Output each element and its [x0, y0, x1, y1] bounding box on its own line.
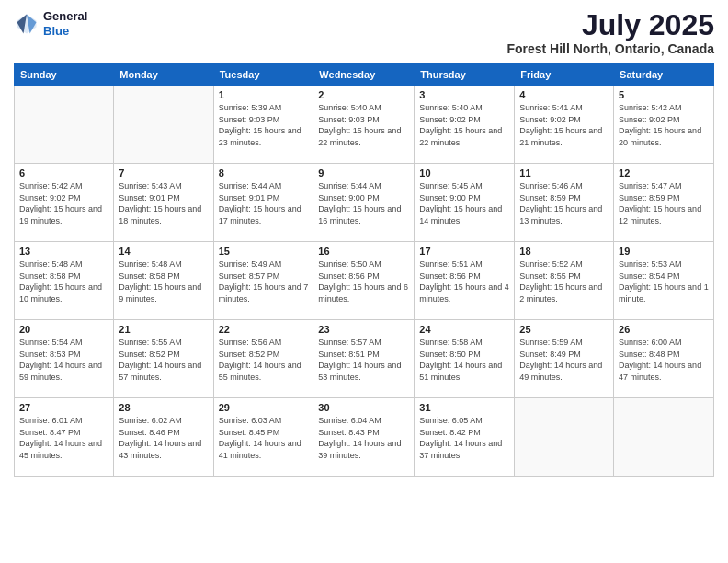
day-cell: 20Sunrise: 5:54 AM Sunset: 8:53 PM Dayli… [15, 320, 114, 398]
day-info: Sunrise: 5:48 AM Sunset: 8:58 PM Dayligh… [119, 259, 208, 304]
col-sunday: Sunday [15, 64, 114, 86]
day-cell [15, 86, 114, 164]
day-cell: 27Sunrise: 6:01 AM Sunset: 8:47 PM Dayli… [15, 398, 114, 477]
day-number: 26 [619, 324, 709, 335]
logo-general: General [43, 9, 87, 24]
day-info: Sunrise: 5:44 AM Sunset: 9:00 PM Dayligh… [318, 180, 409, 226]
day-number: 12 [619, 167, 709, 178]
col-wednesday: Wednesday [313, 64, 415, 86]
day-number: 22 [219, 324, 309, 335]
col-friday: Friday [515, 64, 614, 86]
day-number: 11 [519, 167, 609, 178]
day-number: 7 [119, 167, 208, 178]
day-cell: 30Sunrise: 6:04 AM Sunset: 8:43 PM Dayli… [313, 398, 415, 477]
day-cell: 5Sunrise: 5:42 AM Sunset: 9:02 PM Daylig… [614, 86, 714, 164]
day-number: 8 [219, 167, 309, 178]
day-info: Sunrise: 5:57 AM Sunset: 8:51 PM Dayligh… [318, 337, 409, 383]
day-number: 25 [519, 324, 609, 335]
day-cell: 4Sunrise: 5:41 AM Sunset: 9:02 PM Daylig… [515, 86, 614, 164]
day-cell: 3Sunrise: 5:40 AM Sunset: 9:02 PM Daylig… [415, 86, 515, 164]
day-number: 24 [419, 324, 509, 335]
day-number: 13 [19, 246, 108, 257]
day-cell: 19Sunrise: 5:53 AM Sunset: 8:54 PM Dayli… [614, 242, 714, 320]
day-cell: 24Sunrise: 5:58 AM Sunset: 8:50 PM Dayli… [415, 320, 515, 398]
day-number: 15 [219, 246, 309, 257]
day-cell: 29Sunrise: 6:03 AM Sunset: 8:45 PM Dayli… [213, 398, 313, 477]
week-row-1: 6Sunrise: 5:42 AM Sunset: 9:02 PM Daylig… [15, 164, 714, 242]
day-cell [515, 398, 614, 477]
day-cell: 12Sunrise: 5:47 AM Sunset: 8:59 PM Dayli… [614, 164, 714, 242]
day-cell: 28Sunrise: 6:02 AM Sunset: 8:46 PM Dayli… [114, 398, 213, 477]
day-info: Sunrise: 5:53 AM Sunset: 8:54 PM Dayligh… [619, 259, 709, 304]
day-number: 27 [19, 402, 108, 413]
day-number: 2 [318, 89, 409, 100]
day-number: 16 [318, 246, 409, 257]
day-info: Sunrise: 6:00 AM Sunset: 8:48 PM Dayligh… [619, 337, 709, 383]
subtitle: Forest Hill North, Ontario, Canada [506, 41, 714, 56]
day-cell: 7Sunrise: 5:43 AM Sunset: 9:01 PM Daylig… [114, 164, 213, 242]
day-number: 4 [519, 89, 609, 100]
day-info: Sunrise: 5:52 AM Sunset: 8:55 PM Dayligh… [519, 259, 609, 304]
col-tuesday: Tuesday [213, 64, 313, 86]
day-info: Sunrise: 5:56 AM Sunset: 8:52 PM Dayligh… [219, 337, 309, 383]
day-cell: 25Sunrise: 5:59 AM Sunset: 8:49 PM Dayli… [515, 320, 614, 398]
day-info: Sunrise: 5:54 AM Sunset: 8:53 PM Dayligh… [19, 337, 108, 383]
weekday-header-row: Sunday Monday Tuesday Wednesday Thursday… [15, 64, 714, 86]
day-number: 18 [519, 246, 609, 257]
day-cell: 18Sunrise: 5:52 AM Sunset: 8:55 PM Dayli… [515, 242, 614, 320]
day-number: 20 [19, 324, 108, 335]
day-number: 5 [619, 89, 709, 100]
day-cell [114, 86, 213, 164]
col-monday: Monday [114, 64, 213, 86]
day-cell: 14Sunrise: 5:48 AM Sunset: 8:58 PM Dayli… [114, 242, 213, 320]
day-cell: 9Sunrise: 5:44 AM Sunset: 9:00 PM Daylig… [313, 164, 415, 242]
week-row-0: 1Sunrise: 5:39 AM Sunset: 9:03 PM Daylig… [15, 86, 714, 164]
day-cell: 6Sunrise: 5:42 AM Sunset: 9:02 PM Daylig… [15, 164, 114, 242]
week-row-4: 27Sunrise: 6:01 AM Sunset: 8:47 PM Dayli… [15, 398, 714, 477]
day-number: 9 [318, 167, 409, 178]
day-cell: 15Sunrise: 5:49 AM Sunset: 8:57 PM Dayli… [213, 242, 313, 320]
header: General Blue July 2025 Forest Hill North… [14, 9, 714, 56]
day-cell: 10Sunrise: 5:45 AM Sunset: 9:00 PM Dayli… [415, 164, 515, 242]
day-number: 3 [419, 89, 509, 100]
day-number: 28 [119, 402, 208, 413]
day-number: 23 [318, 324, 409, 335]
day-cell: 23Sunrise: 5:57 AM Sunset: 8:51 PM Dayli… [313, 320, 415, 398]
day-number: 30 [318, 402, 409, 413]
day-info: Sunrise: 5:58 AM Sunset: 8:50 PM Dayligh… [419, 337, 509, 383]
logo-blue: Blue [43, 24, 87, 39]
day-cell: 17Sunrise: 5:51 AM Sunset: 8:56 PM Dayli… [415, 242, 515, 320]
day-info: Sunrise: 5:59 AM Sunset: 8:49 PM Dayligh… [519, 337, 609, 383]
day-info: Sunrise: 5:50 AM Sunset: 8:56 PM Dayligh… [318, 259, 409, 304]
day-cell: 11Sunrise: 5:46 AM Sunset: 8:59 PM Dayli… [515, 164, 614, 242]
day-number: 14 [119, 246, 208, 257]
day-cell: 13Sunrise: 5:48 AM Sunset: 8:58 PM Dayli… [15, 242, 114, 320]
day-info: Sunrise: 6:03 AM Sunset: 8:45 PM Dayligh… [219, 415, 309, 461]
day-cell: 2Sunrise: 5:40 AM Sunset: 9:03 PM Daylig… [313, 86, 415, 164]
day-cell: 21Sunrise: 5:55 AM Sunset: 8:52 PM Dayli… [114, 320, 213, 398]
day-cell: 16Sunrise: 5:50 AM Sunset: 8:56 PM Dayli… [313, 242, 415, 320]
day-info: Sunrise: 5:39 AM Sunset: 9:03 PM Dayligh… [219, 102, 309, 148]
col-thursday: Thursday [415, 64, 515, 86]
calendar: Sunday Monday Tuesday Wednesday Thursday… [14, 63, 714, 477]
day-number: 1 [219, 89, 309, 100]
week-row-2: 13Sunrise: 5:48 AM Sunset: 8:58 PM Dayli… [15, 242, 714, 320]
day-cell [614, 398, 714, 477]
day-info: Sunrise: 5:44 AM Sunset: 9:01 PM Dayligh… [219, 180, 309, 226]
day-number: 17 [419, 246, 509, 257]
day-cell: 31Sunrise: 6:05 AM Sunset: 8:42 PM Dayli… [415, 398, 515, 477]
page: General Blue July 2025 Forest Hill North… [0, 0, 728, 563]
day-number: 10 [419, 167, 509, 178]
day-info: Sunrise: 5:40 AM Sunset: 9:03 PM Dayligh… [318, 102, 409, 148]
day-info: Sunrise: 6:04 AM Sunset: 8:43 PM Dayligh… [318, 415, 409, 461]
day-info: Sunrise: 5:55 AM Sunset: 8:52 PM Dayligh… [119, 337, 208, 383]
title-block: July 2025 Forest Hill North, Ontario, Ca… [506, 9, 714, 56]
day-info: Sunrise: 5:48 AM Sunset: 8:58 PM Dayligh… [19, 259, 108, 304]
day-number: 19 [619, 246, 709, 257]
main-title: July 2025 [506, 9, 714, 41]
day-info: Sunrise: 6:05 AM Sunset: 8:42 PM Dayligh… [419, 415, 509, 461]
day-info: Sunrise: 6:01 AM Sunset: 8:47 PM Dayligh… [19, 415, 108, 461]
day-cell: 8Sunrise: 5:44 AM Sunset: 9:01 PM Daylig… [213, 164, 313, 242]
day-info: Sunrise: 5:45 AM Sunset: 9:00 PM Dayligh… [419, 180, 509, 226]
day-number: 21 [119, 324, 208, 335]
